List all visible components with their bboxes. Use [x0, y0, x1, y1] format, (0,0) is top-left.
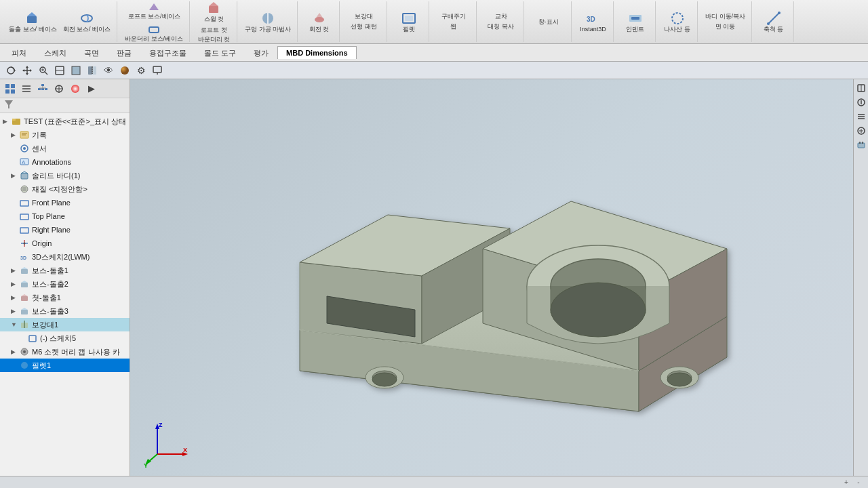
zoom-in-btn[interactable]: +: [841, 478, 852, 487]
tree-item-material[interactable]: ▶ 재질 <지정안함>: [0, 182, 130, 196]
indent-button[interactable]: 인덴트: [624, 9, 646, 35]
color-btn[interactable]: [68, 81, 83, 96]
tree-item-history[interactable]: ▶ 기록: [0, 128, 130, 142]
mirror-button[interactable]: 웹: [435, 22, 472, 31]
svg-marker-22: [22, 69, 24, 72]
rotate-view-btn[interactable]: [4, 64, 18, 77]
boundary-boss-button[interactable]: 바운더리 보스/베이스: [123, 22, 185, 43]
material-label: 재질 <지정안함>: [32, 184, 87, 195]
rp-btn-1[interactable]: [855, 82, 867, 94]
loft-boss-label: 로프트 보스/베이스: [128, 13, 180, 20]
display-btn[interactable]: [151, 64, 164, 77]
loft-boss-button[interactable]: 로프트 보스/베이스: [126, 0, 182, 21]
shaded-btn[interactable]: [69, 64, 83, 77]
zoom-out-btn[interactable]: -: [853, 478, 864, 487]
mirror2-label: 대칭 복사: [488, 23, 514, 30]
3d-viewport[interactable]: Z X Y: [130, 79, 853, 488]
svg-rect-10: [405, 16, 413, 21]
view-button[interactable]: 창-표시: [530, 18, 567, 26]
split-button[interactable]: 바디 이동/복사: [703, 12, 747, 21]
pan-view-btn[interactable]: [20, 64, 34, 77]
tab-surface[interactable]: 곡면: [75, 45, 108, 60]
ext-cut-button[interactable]: 스윌 컷: [202, 0, 226, 24]
split-label: 바디 이동/복사: [705, 13, 745, 20]
tree-item-rib1[interactable]: ▼ 보강대1: [0, 318, 130, 331]
toolbar-group-scale: 축척 등: [753, 1, 794, 42]
appearance-btn[interactable]: [118, 64, 132, 77]
tree-item-front-plane[interactable]: ▶ Front Plane: [0, 196, 130, 209]
scale-label: 축척 등: [764, 26, 784, 33]
filter-icon: [4, 100, 14, 111]
tree-item-sketch5[interactable]: ▶ (-) 스케치5: [0, 331, 130, 345]
section-button[interactable]: 구배주기: [435, 12, 472, 21]
machining-button[interactable]: 구멍 가공 마법사: [243, 9, 293, 35]
scale-icon: [766, 11, 781, 26]
svg-rect-120: [858, 143, 865, 148]
rib-button[interactable]: 보강대: [345, 12, 382, 21]
intersect-button[interactable]: 교차: [482, 12, 519, 21]
tree-item-sensor[interactable]: ▶ 센서: [0, 142, 130, 155]
svg-rect-82: [21, 296, 28, 301]
tree-item-boss-extrude3[interactable]: ▶ 보스-돌출3: [0, 304, 130, 318]
tree-root[interactable]: ▶ TEST (표준<<표준>_표시 상태: [0, 115, 130, 128]
svg-marker-83: [21, 294, 28, 296]
rp-btn-5[interactable]: [855, 139, 867, 151]
tree-item-fillet1[interactable]: ▶ 필렛1: [0, 359, 130, 372]
top-plane-icon: [19, 211, 30, 222]
linear-pattern-button[interactable]: 선형 패턴: [345, 22, 382, 31]
tree-item-annotations[interactable]: ▶ A Annotations: [0, 155, 130, 169]
tab-sketch[interactable]: 스케치: [35, 45, 75, 60]
svg-rect-80: [21, 283, 28, 287]
shell-button[interactable]: 필렛: [399, 9, 418, 35]
m6-screw-icon: [19, 346, 30, 357]
rp-btn-4[interactable]: [855, 125, 867, 137]
svg-text:Z: Z: [159, 422, 163, 428]
combine-button[interactable]: 면 이동: [707, 22, 744, 31]
extrude-boss-button[interactable]: 돌출 보스/ 베이스: [7, 9, 59, 35]
front-plane-icon: [19, 197, 30, 208]
tab-sheet[interactable]: 판금: [108, 45, 140, 60]
tree-item-3dsketch[interactable]: ▶ 3D 3D스케치2(LWM): [0, 250, 130, 264]
tree-item-m6-screw[interactable]: ▶ M6 소켓 머리 캡 나사용 카: [0, 345, 130, 359]
loft-boss-icon: [148, 1, 160, 13]
instant3d-button[interactable]: 3D Instant3D: [578, 9, 608, 35]
tab-feature[interactable]: 피처: [3, 45, 35, 60]
tree-item-boss-extrude2[interactable]: ▶ 보스-돌출2: [0, 277, 130, 291]
thread-button[interactable]: 나사산 등: [662, 9, 692, 35]
view-settings-btn[interactable]: ⚙: [134, 64, 148, 77]
zoom-view-btn[interactable]: [37, 64, 50, 77]
tree-item-right-plane[interactable]: ▶ Right Plane: [0, 223, 130, 237]
crosshair-btn[interactable]: [52, 81, 66, 96]
tab-mbd[interactable]: MBD Dimensions: [277, 46, 356, 59]
list-btn[interactable]: [19, 81, 34, 96]
rp-btn-3[interactable]: [855, 110, 867, 123]
section-view-btn[interactable]: [85, 64, 99, 77]
hide-show-btn[interactable]: 👁: [102, 64, 115, 77]
root-label: TEST (표준<<표준>_표시 상태: [24, 117, 126, 127]
home-btn[interactable]: [3, 81, 18, 96]
tree-item-origin[interactable]: ▶ Origin: [0, 237, 130, 250]
revolve-boss-button[interactable]: 회전 보스/ 베이스: [61, 9, 113, 35]
svg-rect-30: [72, 66, 80, 75]
svg-point-54: [71, 85, 79, 93]
revolve-cut-button[interactable]: 로프트 컷: [195, 26, 233, 35]
revolve-boss-label: 회전 보스/ 베이스: [63, 26, 111, 33]
tab-weldment[interactable]: 용접구조물: [140, 45, 195, 60]
revolve-cut-btn2[interactable]: 회전 컷: [307, 9, 332, 35]
tab-mold[interactable]: 몰드 도구: [195, 45, 245, 60]
root-expander: ▶: [3, 118, 11, 125]
tree-btn[interactable]: [35, 81, 50, 96]
tree-item-solid-body[interactable]: ▶ 솔리드 바디(1): [0, 169, 130, 182]
svg-point-90: [23, 350, 26, 353]
mirror2-button[interactable]: 대칭 복사: [482, 22, 519, 31]
expand-btn[interactable]: ▶: [84, 81, 99, 96]
wireframe-btn[interactable]: [53, 64, 66, 77]
tree-item-cut-extrude1[interactable]: ▶ 첫-돌출1: [0, 291, 130, 304]
rp-btn-2[interactable]: [855, 96, 867, 108]
main-toolbar: 돌출 보스/ 베이스 회전 보스/ 베이스 로프트 보스/베이스 바운더리 보스…: [0, 0, 868, 44]
tab-evaluate[interactable]: 평가: [245, 45, 277, 60]
scale-button[interactable]: 축척 등: [762, 9, 786, 35]
boundary-cut-button[interactable]: 바운더리 컷: [195, 35, 233, 44]
tree-item-boss-extrude1[interactable]: ▶ 보스-돌출1: [0, 264, 130, 277]
tree-item-top-plane[interactable]: ▶ Top Plane: [0, 209, 130, 223]
